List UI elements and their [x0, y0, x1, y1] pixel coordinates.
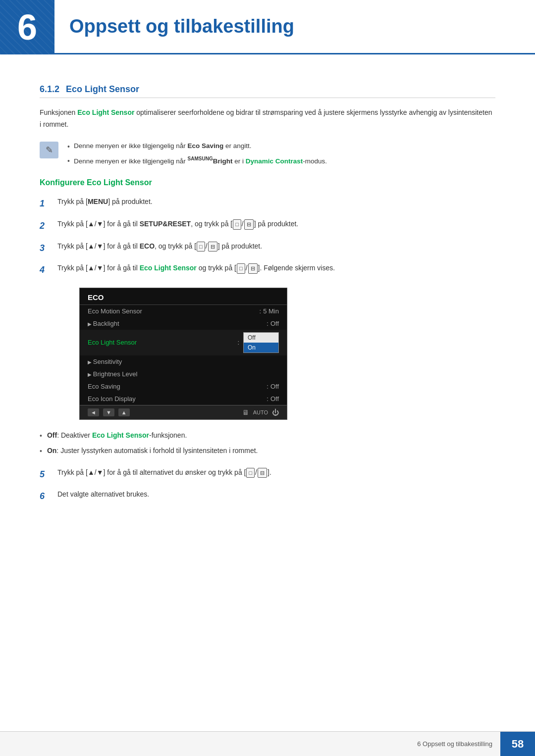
section-heading: 6.1.2 Eco Light Sensor — [40, 84, 495, 98]
eco-menu-item-sensitivity: Sensitivity — [80, 355, 287, 368]
step-2: 2 Trykk på [▲/▼] for å gå til SETUP&RESE… — [40, 218, 495, 234]
on-label: On — [47, 447, 56, 454]
step-1: 1 Trykk på [MENU] på produktet. — [40, 196, 495, 211]
backlight-value: Off — [267, 320, 279, 327]
bullet-off-text: Off: Deaktiver Eco Light Sensor-funksjon… — [47, 430, 187, 441]
eco-menu-title: ECO — [80, 288, 287, 305]
bullet-on: On: Juster lysstyrken automatisk i forho… — [40, 445, 495, 456]
bottom-controls: ◄ ▼ ▲ — [88, 408, 130, 416]
key-enter-2: ⊟ — [208, 242, 217, 252]
step-6-number: 6 — [40, 489, 50, 504]
eco-menu-container: ECO Eco Motion Sensor 5 Min Backlight Of… — [79, 288, 495, 420]
magic-bright-bold: Bright — [213, 157, 233, 164]
step-3-number: 3 — [40, 241, 50, 256]
step-2-number: 2 — [40, 218, 50, 234]
backlight-label: Backlight — [88, 320, 119, 327]
eco-icon-display-label: Eco Icon Display — [88, 395, 136, 403]
step-3: 3 Trykk på [▲/▼] for å gå til ECO, og tr… — [40, 241, 495, 256]
eco-light-sensor-ref: Eco Light Sensor — [92, 431, 149, 439]
chapter-title: Oppsett og tilbakestilling — [69, 16, 294, 37]
steps-list-later: 5 Trykk på [▲/▼] for å gå til alternativ… — [40, 467, 495, 504]
brightness-label: Brightnes Level — [88, 370, 137, 378]
off-label: Off — [47, 431, 57, 439]
monitor-icon: 🖥 — [242, 408, 249, 416]
chapter-title-block: Oppsett og tilbakestilling — [54, 0, 535, 54]
step-4-number: 4 — [40, 262, 50, 278]
note-1-bold: Eco Saving — [188, 142, 224, 150]
eco-menu-item-backlight: Backlight Off — [80, 317, 287, 330]
section-number: 6.1.2 — [40, 84, 59, 94]
note-item-2: Denne menyen er ikke tilgjengelig når SA… — [67, 155, 327, 166]
step-5: 5 Trykk på [▲/▼] for å gå til alternativ… — [40, 467, 495, 482]
step-3-text: Trykk på [▲/▼] for å gå til ECO, og tryk… — [57, 241, 495, 252]
chapter-number-block: 6 — [0, 0, 54, 54]
step-6: 6 Det valgte alternativet brukes. — [40, 489, 495, 504]
section-title: Eco Light Sensor — [66, 84, 139, 94]
page-number-block: 58 — [500, 732, 535, 756]
eco-menu-item-light-sensor: Eco Light Sensor : Off On — [80, 330, 287, 355]
eco-light-sensor-key: Eco Light Sensor — [140, 264, 197, 272]
main-content: 6.1.2 Eco Light Sensor Funksjonen Eco Li… — [0, 74, 535, 554]
samsung-magic-text: SAMSUNG — [188, 156, 213, 161]
light-sensor-label: Eco Light Sensor — [88, 339, 137, 346]
option-bullet-list: Off: Deaktiver Eco Light Sensor-funksjon… — [40, 430, 495, 457]
auto-label: AUTO — [253, 409, 268, 415]
step-2-text: Trykk på [▲/▼] for å gå til SETUP&RESET,… — [57, 218, 495, 230]
sensitivity-label: Sensitivity — [88, 358, 122, 365]
eco-saving-value: Off — [267, 383, 279, 390]
menu-key: MENU — [88, 198, 108, 205]
key-enter-4: ⊟ — [258, 468, 267, 478]
bottom-right-btns: 🖥 AUTO ⏻ — [242, 408, 279, 416]
key-enter-3: ⊟ — [248, 263, 258, 274]
eco-menu-item-icon-display: Eco Icon Display Off — [80, 393, 287, 405]
eco-saving-label: Eco Saving — [88, 383, 120, 390]
dropdown-off: Off — [244, 333, 278, 343]
key-square-3: □ — [237, 263, 245, 274]
eco-menu-item-saving: Eco Saving Off — [80, 380, 287, 393]
eco-menu-bottom: ◄ ▼ ▲ 🖥 AUTO ⏻ — [80, 405, 287, 419]
step-4-text: Trykk på [▲/▼] for å gå til Eco Light Se… — [57, 262, 495, 274]
configure-subheading: Konfigurere Eco Light Sensor — [40, 178, 495, 187]
key-square: □ — [233, 219, 241, 230]
step-5-text: Trykk på [▲/▼] for å gå til alternativet… — [57, 467, 495, 479]
setup-reset-key: SETUP&RESET — [140, 220, 191, 228]
bullet-off: Off: Deaktiver Eco Light Sensor-funksjon… — [40, 430, 495, 441]
page-header: 6 Oppsett og tilbakestilling — [0, 0, 535, 54]
down-btn: ▼ — [103, 408, 114, 416]
intro-bold-term: Eco Light Sensor — [77, 108, 134, 116]
dropdown-popup: Off On — [243, 332, 279, 353]
footer-text: 6 Oppsett og tilbakestilling — [417, 740, 500, 748]
left-btn: ◄ — [88, 408, 99, 416]
steps-list: 1 Trykk på [MENU] på produktet. 2 Trykk … — [40, 196, 495, 277]
eco-menu-item-brightness: Brightnes Level — [80, 368, 287, 380]
note-icon — [40, 142, 59, 159]
step-5-number: 5 — [40, 467, 50, 482]
up-btn: ▲ — [118, 408, 130, 416]
bullet-on-text: On: Juster lysstyrken automatisk i forho… — [47, 445, 258, 456]
page-number: 58 — [512, 738, 524, 751]
power-icon: ⏻ — [272, 408, 279, 416]
eco-menu-item-motion: Eco Motion Sensor 5 Min — [80, 305, 287, 317]
note-item-1: Denne menyen er ikke tilgjengelig når Ec… — [67, 141, 327, 152]
key-square-4: □ — [246, 468, 255, 478]
note-1-text: Denne menyen er ikke tilgjengelig når Ec… — [74, 141, 252, 151]
light-sensor-value: : Off On — [237, 332, 279, 353]
intro-paragraph: Funksjonen Eco Light Sensor optimalisere… — [40, 107, 495, 131]
chapter-number: 6 — [17, 9, 37, 45]
note-lines: Denne menyen er ikke tilgjengelig når Ec… — [67, 141, 327, 167]
note-icon-inner — [40, 142, 58, 158]
dropdown-on: On — [244, 343, 278, 353]
motion-sensor-value: 5 Min — [260, 307, 279, 315]
eco-key: ECO — [140, 242, 155, 250]
page-footer: 6 Oppsett og tilbakestilling 58 — [0, 731, 535, 756]
eco-menu: ECO Eco Motion Sensor 5 Min Backlight Of… — [79, 288, 287, 420]
motion-sensor-label: Eco Motion Sensor — [88, 307, 142, 315]
note-2-text: Denne menyen er ikke tilgjengelig når SA… — [74, 155, 327, 166]
key-enter: ⊟ — [244, 219, 254, 230]
eco-icon-display-value: Off — [267, 395, 279, 403]
step-1-number: 1 — [40, 196, 50, 211]
dynamic-contrast-bold: Dynamic Contrast — [246, 157, 303, 164]
step-1-text: Trykk på [MENU] på produktet. — [57, 196, 495, 208]
note-box: Denne menyen er ikke tilgjengelig når Ec… — [40, 141, 495, 167]
key-square-2: □ — [197, 242, 205, 252]
